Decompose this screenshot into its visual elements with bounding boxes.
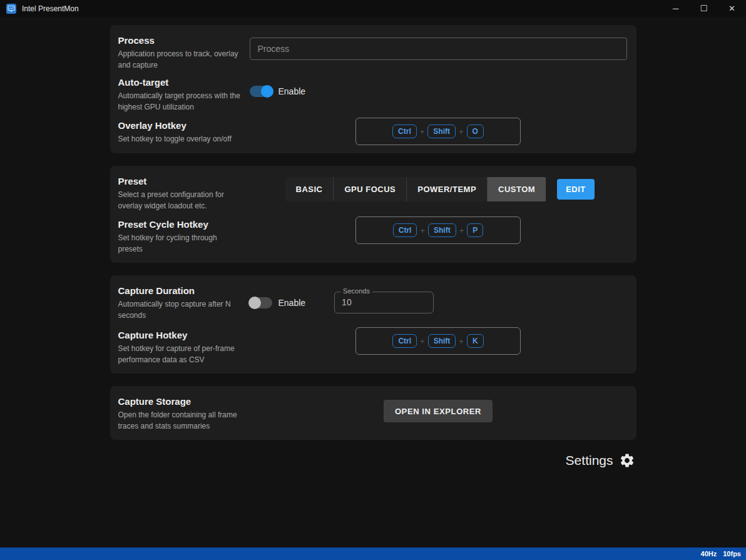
- key-chip: Ctrl: [392, 125, 417, 138]
- auto-target-toggle[interactable]: [250, 86, 272, 97]
- seconds-field-label: Seconds: [340, 287, 372, 295]
- capture-duration-heading: Capture Duration: [118, 284, 241, 297]
- fps-status: 10fps: [723, 550, 741, 557]
- preset-cycle-hotkey-heading: Preset Cycle Hotkey: [118, 218, 241, 231]
- plus-separator: +: [420, 337, 425, 346]
- close-icon[interactable]: ✕: [718, 0, 746, 17]
- capture-hotkey-input[interactable]: Ctrl + Shift + K: [355, 327, 521, 355]
- key-chip: Shift: [428, 223, 456, 237]
- preset-cycle-hotkey-input[interactable]: Ctrl + Shift + P: [355, 216, 521, 244]
- settings-link[interactable]: Settings: [566, 453, 613, 468]
- panel-storage: Capture Storage Open the folder containi…: [110, 386, 636, 440]
- window-title: Intel PresentMon: [22, 4, 79, 13]
- seconds-field[interactable]: Seconds 10: [334, 292, 434, 313]
- panel-preset: Preset Select a preset configuration for…: [110, 166, 636, 263]
- overlay-hotkey-description: Set hotkey to toggle overlay on/off: [118, 133, 241, 145]
- key-chip: P: [467, 223, 483, 237]
- gear-icon[interactable]: [619, 452, 635, 469]
- preset-option-basic[interactable]: BASIC: [285, 177, 334, 201]
- preset-option-gpu-focus[interactable]: GPU FOCUS: [334, 177, 407, 201]
- plus-separator: +: [459, 226, 464, 235]
- capture-storage-description: Open the folder containing all frame tra…: [118, 409, 241, 432]
- capture-duration-toggle-label: Enable: [278, 298, 306, 308]
- key-chip: O: [467, 125, 484, 138]
- maximize-icon[interactable]: ☐: [690, 0, 718, 17]
- overlay-hotkey-row: Overlay Hotkey Set hotkey to toggle over…: [118, 119, 627, 145]
- preset-cycle-hotkey-row: Preset Cycle Hotkey Set hotkey for cycli…: [118, 218, 627, 255]
- key-chip: K: [467, 334, 484, 348]
- plus-separator: +: [420, 127, 425, 136]
- panel-process: Process Application process to track, ov…: [110, 25, 636, 153]
- overlay-hotkey-heading: Overlay Hotkey: [118, 119, 241, 132]
- auto-target-description: Automatically target process with the hi…: [118, 90, 241, 113]
- key-chip: Shift: [427, 125, 456, 138]
- preset-option-power-temp[interactable]: POWER/TEMP: [407, 177, 488, 201]
- app-window: Intel PresentMon ─ ☐ ✕ Process Applicati…: [0, 0, 746, 560]
- minimize-icon[interactable]: ─: [662, 0, 690, 17]
- preset-description: Select a preset configuration for overla…: [118, 189, 241, 211]
- open-in-explorer-button[interactable]: OPEN IN EXPLORER: [384, 400, 493, 422]
- auto-target-toggle-label: Enable: [278, 86, 306, 96]
- plus-separator: +: [459, 127, 464, 136]
- capture-hotkey-heading: Capture Hotkey: [118, 328, 241, 342]
- process-description: Application process to track, overlay an…: [118, 48, 241, 71]
- auto-target-row: Auto-target Automatically target process…: [118, 76, 627, 113]
- capture-storage-heading: Capture Storage: [118, 395, 241, 408]
- process-input[interactable]: [250, 38, 627, 60]
- capture-duration-toggle[interactable]: [250, 297, 272, 308]
- capture-duration-description: Automatically stop capture after N secon…: [118, 298, 241, 321]
- refresh-rate-status: 40Hz: [701, 550, 717, 557]
- toggle-knob: [261, 85, 273, 98]
- capture-hotkey-description: Set hotkey for capture of per-frame perf…: [118, 343, 241, 365]
- key-chip: Ctrl: [392, 334, 417, 348]
- process-row: Process Application process to track, ov…: [118, 34, 627, 71]
- plus-separator: +: [459, 337, 464, 346]
- preset-cycle-hotkey-description: Set hotkey for cycling through presets: [118, 232, 241, 255]
- capture-storage-row: Capture Storage Open the folder containi…: [118, 395, 627, 432]
- auto-target-heading: Auto-target: [118, 76, 241, 89]
- seconds-field-value: 10: [342, 297, 352, 307]
- plus-separator: +: [420, 226, 425, 235]
- main-content: Process Application process to track, ov…: [0, 17, 746, 547]
- toggle-knob: [248, 297, 261, 309]
- preset-heading: Preset: [118, 175, 241, 188]
- preset-option-custom[interactable]: CUSTOM: [488, 177, 546, 201]
- titlebar: Intel PresentMon ─ ☐ ✕: [0, 0, 746, 17]
- key-chip: Ctrl: [393, 223, 417, 237]
- settings-row: Settings: [110, 452, 636, 469]
- capture-hotkey-row: Capture Hotkey Set hotkey for capture of…: [118, 328, 627, 365]
- edit-preset-button[interactable]: EDIT: [557, 179, 595, 200]
- preset-row: Preset Select a preset configuration for…: [118, 175, 627, 211]
- preset-segmented-control: BASIC GPU FOCUS POWER/TEMP CUSTOM: [285, 177, 546, 201]
- key-chip: Shift: [428, 334, 456, 348]
- capture-duration-row: Capture Duration Automatically stop capt…: [118, 284, 627, 321]
- process-heading: Process: [118, 34, 241, 47]
- overlay-hotkey-input[interactable]: Ctrl + Shift + O: [355, 118, 521, 145]
- app-icon: [6, 4, 16, 14]
- panel-capture: Capture Duration Automatically stop capt…: [110, 275, 636, 374]
- status-bar: 40Hz 10fps: [0, 547, 746, 560]
